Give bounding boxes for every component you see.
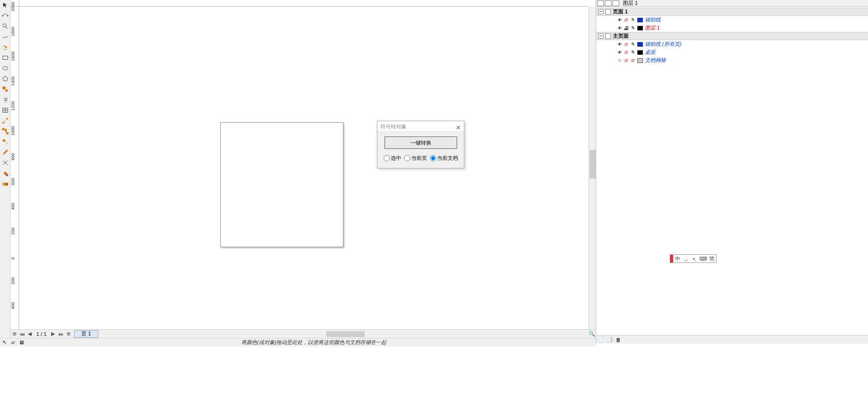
outline-tool[interactable] (0, 157, 11, 168)
scrollbar-vertical[interactable] (589, 7, 596, 329)
pick-tool[interactable] (0, 0, 11, 10)
interactive-fill-tool[interactable] (0, 178, 11, 189)
scrollbar-thumb[interactable] (589, 150, 596, 178)
tree-layer-desktop[interactable]: 桌面 (596, 48, 868, 56)
dialog-titlebar[interactable]: 符号转对象 ✕ (377, 121, 464, 132)
zoom-icon[interactable]: 🔍 (588, 330, 596, 338)
ruler-tick: 400 (11, 202, 15, 210)
ime-charset[interactable]: 简 (707, 255, 716, 262)
new-master-layer-icon[interactable]: 📑 (606, 336, 613, 343)
editable-icon[interactable] (630, 42, 635, 47)
ruler-tick: 800 (11, 152, 15, 160)
radio-current-doc[interactable]: 当前文档 (430, 155, 458, 162)
layer-edit-icon[interactable] (605, 0, 611, 6)
ruler-vertical[interactable]: 2000 1800 1600 1400 1200 1000 800 600 40… (11, 7, 19, 329)
ruler-tick: 1600 (11, 53, 15, 61)
cursor-pos-icon: ↖ (0, 339, 9, 346)
page-rectangle[interactable] (220, 122, 343, 247)
radio-selected[interactable]: 选中 (384, 155, 401, 162)
print-disabled-icon[interactable] (623, 17, 629, 23)
last-page-icon[interactable]: ⏭ (57, 330, 64, 338)
visible-icon[interactable] (616, 50, 622, 55)
svg-point-11 (3, 139, 5, 142)
add-page-icon[interactable]: ⊕ (11, 330, 18, 338)
active-layer-label: 图层 1 (623, 0, 638, 7)
print-disabled-icon[interactable] (623, 50, 629, 55)
rectangle-tool[interactable] (0, 52, 11, 63)
close-icon[interactable]: ✕ (454, 123, 462, 130)
ime-punct-icon[interactable]: ◡ (682, 256, 690, 262)
visible-icon[interactable] (616, 17, 622, 23)
new-layer-icon[interactable]: 📄 (597, 336, 605, 343)
prev-page-icon[interactable]: ◀ (26, 330, 33, 338)
ruler-tick: 1200 (11, 103, 15, 111)
tree-layer-master-guides[interactable]: 辅助线 (所有页) (596, 40, 868, 48)
visible-icon[interactable] (616, 42, 622, 47)
dimension-tool[interactable] (0, 115, 11, 126)
printable-icon[interactable]: 🖶 (623, 25, 629, 31)
basic-shapes-tool[interactable] (0, 84, 11, 94)
ruler-tick: 1800 (11, 28, 15, 36)
ruler-tick: 0 (11, 251, 15, 260)
interactive-tool[interactable] (0, 136, 11, 147)
tree-layer-guides[interactable]: 辅助线 (596, 16, 868, 24)
layer-view-icon[interactable] (597, 0, 604, 6)
zoom-tool[interactable] (0, 21, 11, 31)
panel-header: 图层 1 (596, 0, 868, 7)
edit-disabled-icon[interactable] (630, 58, 635, 63)
scrollbar-thumb[interactable] (326, 331, 364, 337)
collapse-icon[interactable]: − (598, 33, 603, 39)
no-fill-icon[interactable]: ⊠ (17, 339, 26, 346)
print-disabled-icon[interactable] (623, 58, 629, 63)
eyedropper-tool[interactable] (0, 147, 11, 157)
page-tab-1[interactable]: 页 1 (74, 330, 98, 338)
ruler-horizontal[interactable] (19, 0, 589, 7)
toolbox: 字 (0, 0, 11, 344)
ruler-tick: 400 (11, 301, 15, 309)
svg-rect-5 (3, 87, 5, 89)
ime-indicator[interactable]: 中 ◡ •, ⌨ 简 (670, 254, 717, 263)
shape-tool[interactable] (0, 10, 11, 21)
ruler-tick: 200 (11, 227, 15, 235)
polygon-tool[interactable] (0, 73, 11, 84)
fill-tool[interactable] (0, 168, 11, 178)
visible-off-icon[interactable]: 👁 (616, 58, 622, 63)
first-page-icon[interactable]: ⏮ (18, 330, 26, 338)
ellipse-tool[interactable] (0, 63, 11, 73)
radio-current-page[interactable]: 当前页 (404, 155, 427, 162)
svg-point-14 (3, 184, 4, 185)
tree-page-1[interactable]: − 页面 1 (596, 8, 868, 16)
editable-icon[interactable] (630, 25, 635, 31)
print-disabled-icon[interactable] (623, 42, 629, 47)
editable-icon[interactable] (630, 17, 635, 23)
layer-pages-icon[interactable] (612, 0, 619, 6)
ime-width-icon[interactable]: •, (690, 256, 699, 262)
freehand-tool[interactable] (0, 31, 11, 42)
layer-color-swatch[interactable] (637, 42, 643, 47)
add-page-after-icon[interactable]: ⊕ (64, 330, 72, 338)
ruler-tick: 1000 (11, 127, 15, 136)
smart-fill-tool[interactable] (0, 42, 11, 52)
layer-color-swatch[interactable] (637, 58, 643, 63)
next-page-icon[interactable]: ▶ (49, 330, 57, 338)
canvas[interactable] (19, 7, 589, 329)
editable-icon[interactable] (630, 50, 635, 55)
tree-layer-grid[interactable]: 👁 文档网格 (596, 56, 868, 64)
collapse-icon[interactable]: − (598, 9, 603, 14)
text-tool[interactable]: 字 (0, 94, 11, 105)
ime-mode[interactable]: 中 (673, 255, 682, 262)
scrollbar-horizontal[interactable] (103, 331, 588, 337)
table-tool[interactable] (0, 105, 11, 115)
delete-layer-icon[interactable]: 🗑 (614, 336, 622, 343)
layer-color-swatch[interactable] (637, 26, 643, 31)
ime-keyboard-icon[interactable]: ⌨ (699, 256, 707, 262)
convert-button[interactable]: 一键转换 (385, 136, 457, 149)
layer-color-swatch[interactable] (637, 18, 643, 22)
layer-color-swatch[interactable] (637, 50, 643, 55)
tree-layer-layer1[interactable]: 🖶 图层 1 (596, 24, 868, 32)
tree-master-page[interactable]: − 主页面 (596, 32, 868, 40)
connector-tool[interactable] (0, 126, 11, 136)
fill-swatch-icon[interactable]: ▱ (9, 339, 17, 346)
svg-point-15 (6, 184, 8, 185)
visible-icon[interactable] (616, 25, 622, 31)
